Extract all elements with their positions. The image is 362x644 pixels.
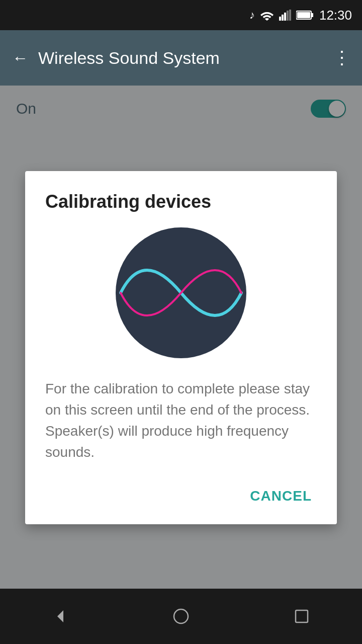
svg-rect-3 <box>287 11 289 21</box>
svg-marker-8 <box>57 610 63 622</box>
svg-point-9 <box>174 609 188 623</box>
background-content: On Calibrating devices For the calibrati… <box>0 86 362 644</box>
battery-icon <box>296 10 314 20</box>
svg-rect-1 <box>282 15 284 21</box>
status-time: 12:30 <box>319 8 352 23</box>
dialog-title: Calibrating devices <box>45 191 317 212</box>
app-bar-title: Wireless Sound System <box>38 48 323 68</box>
back-nav-button[interactable] <box>40 601 80 631</box>
status-icons: ♪ 12:30 <box>249 8 352 23</box>
recents-nav-button[interactable] <box>282 601 322 631</box>
back-button[interactable]: ← <box>12 49 28 67</box>
wave-animation <box>116 227 246 358</box>
calibration-dialog: Calibrating devices For the calibration … <box>25 171 337 524</box>
home-nav-button[interactable] <box>161 601 201 631</box>
svg-rect-2 <box>284 13 286 21</box>
music-icon: ♪ <box>249 9 255 22</box>
svg-rect-10 <box>296 610 308 622</box>
signal-icon <box>279 10 291 21</box>
svg-rect-6 <box>311 13 313 17</box>
status-bar: ♪ 12:30 <box>0 0 362 30</box>
dialog-body: For the calibration to complete please s… <box>45 378 317 463</box>
more-menu-button[interactable]: ⋮ <box>333 47 350 68</box>
cancel-button[interactable]: CANCEL <box>245 483 317 509</box>
wifi-icon <box>260 10 274 21</box>
dialog-actions: CANCEL <box>45 483 317 509</box>
svg-rect-7 <box>297 12 310 18</box>
nav-bar <box>0 589 362 644</box>
svg-rect-0 <box>279 17 281 21</box>
svg-rect-4 <box>289 10 291 21</box>
app-bar: ← Wireless Sound System ⋮ <box>0 30 362 86</box>
